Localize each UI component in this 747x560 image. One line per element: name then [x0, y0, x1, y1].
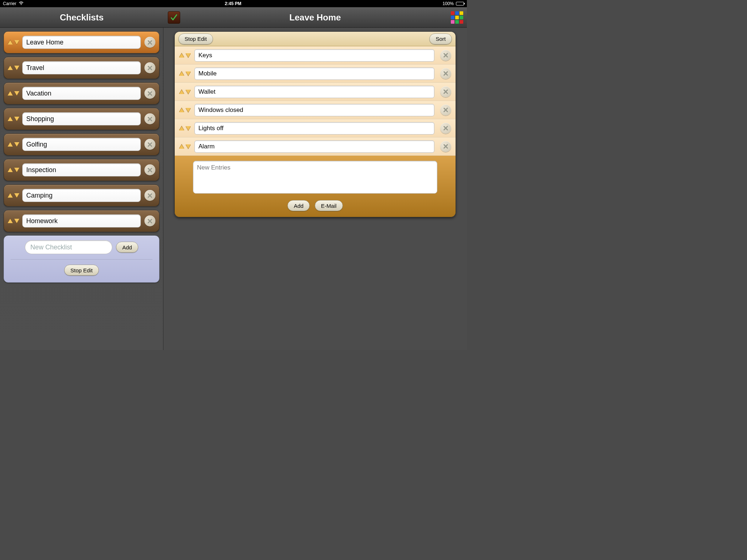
delete-checklist-button[interactable]: [144, 113, 155, 124]
add-checklist-panel: Add Stop Edit: [4, 236, 159, 283]
move-down-icon[interactable]: [14, 117, 19, 121]
move-up-icon[interactable]: [8, 91, 13, 96]
left-title: Checklists: [60, 12, 104, 23]
delete-checklist-button[interactable]: [144, 37, 155, 48]
new-checklist-input[interactable]: [25, 240, 112, 254]
move-down-icon[interactable]: [14, 219, 19, 223]
delete-item-button[interactable]: [440, 86, 451, 97]
move-down-icon[interactable]: [14, 91, 19, 96]
status-bar: Carrier 2:45 PM 100%: [0, 0, 467, 7]
move-up-icon[interactable]: [179, 108, 184, 112]
checklist-name-input[interactable]: [22, 61, 141, 74]
move-up-icon[interactable]: [8, 193, 13, 198]
item-name-input[interactable]: [194, 86, 434, 98]
item-row: [175, 119, 456, 137]
checklist-name-input[interactable]: [22, 163, 141, 176]
delete-item-button[interactable]: [440, 141, 451, 152]
checklist-row[interactable]: [4, 210, 159, 232]
move-down-icon[interactable]: [14, 168, 19, 172]
checklist-row[interactable]: [4, 31, 159, 53]
delete-item-button[interactable]: [440, 50, 451, 61]
move-down-icon[interactable]: [186, 144, 191, 149]
items-card: Stop Edit Sort: [174, 31, 456, 217]
checklist-row[interactable]: [4, 57, 159, 79]
item-name-input[interactable]: [194, 104, 434, 116]
item-row: [175, 46, 456, 65]
delete-checklist-button[interactable]: [144, 139, 155, 150]
left-title-bar: Checklists: [0, 7, 163, 28]
checklist-name-input[interactable]: [22, 36, 141, 49]
sort-button[interactable]: Sort: [429, 34, 452, 44]
move-down-icon[interactable]: [186, 90, 191, 94]
checklist-row[interactable]: [4, 108, 159, 130]
checklist-name-input[interactable]: [22, 214, 141, 228]
move-up-icon[interactable]: [8, 40, 13, 44]
right-title: Leave Home: [289, 12, 341, 23]
move-down-icon[interactable]: [186, 126, 191, 131]
add-checklist-button[interactable]: Add: [116, 242, 138, 253]
delete-item-button[interactable]: [440, 123, 451, 134]
move-up-icon[interactable]: [8, 168, 13, 172]
move-up-icon[interactable]: [179, 53, 184, 58]
items-pane: Stop Edit Sort: [163, 28, 467, 350]
move-up-icon[interactable]: [8, 117, 13, 121]
stop-edit-items-button[interactable]: Stop Edit: [178, 34, 213, 44]
move-down-icon[interactable]: [186, 53, 191, 58]
carrier-label: Carrier: [3, 1, 16, 6]
checklist-row[interactable]: [4, 159, 159, 181]
email-button[interactable]: E-Mail: [315, 200, 343, 211]
checklist-name-input[interactable]: [22, 138, 141, 151]
item-name-input[interactable]: [194, 67, 434, 80]
checklists-pane: Add Stop Edit: [0, 28, 163, 350]
move-up-icon[interactable]: [179, 144, 184, 149]
move-down-icon[interactable]: [186, 108, 191, 112]
move-up-icon[interactable]: [179, 71, 184, 76]
delete-item-button[interactable]: [440, 105, 451, 116]
item-row: [175, 83, 456, 101]
checklist-row[interactable]: [4, 133, 159, 155]
move-up-icon[interactable]: [179, 126, 184, 131]
checklist-row[interactable]: [4, 82, 159, 104]
wifi-icon: [19, 1, 24, 6]
checklist-name-input[interactable]: [22, 87, 141, 100]
move-down-icon[interactable]: [186, 71, 191, 76]
move-down-icon[interactable]: [14, 40, 19, 44]
move-down-icon[interactable]: [14, 142, 19, 147]
battery-icon: [456, 2, 464, 5]
checkmark-app-icon[interactable]: [168, 11, 180, 24]
delete-checklist-button[interactable]: [144, 164, 155, 175]
move-up-icon[interactable]: [8, 142, 13, 147]
item-name-input[interactable]: [194, 122, 434, 135]
item-row: [175, 65, 456, 83]
delete-checklist-button[interactable]: [144, 190, 155, 201]
checklist-name-input[interactable]: [22, 189, 141, 202]
move-down-icon[interactable]: [14, 66, 19, 70]
new-entries-textarea[interactable]: [193, 161, 437, 194]
item-name-input[interactable]: [194, 49, 434, 62]
checklist-name-input[interactable]: [22, 112, 141, 125]
right-title-bar: Leave Home: [163, 7, 467, 28]
stop-edit-checklists-button[interactable]: Stop Edit: [64, 265, 99, 276]
battery-percent: 100%: [442, 1, 454, 6]
checklist-row[interactable]: [4, 184, 159, 206]
item-name-input[interactable]: [194, 140, 434, 153]
move-down-icon[interactable]: [14, 193, 19, 198]
clock: 2:45 PM: [225, 1, 241, 6]
item-row: [175, 137, 456, 156]
add-items-button[interactable]: Add: [287, 200, 310, 211]
delete-checklist-button[interactable]: [144, 88, 155, 99]
delete-checklist-button[interactable]: [144, 62, 155, 73]
move-up-icon[interactable]: [8, 219, 13, 223]
item-row: [175, 101, 456, 119]
move-up-icon[interactable]: [8, 66, 13, 70]
delete-checklist-button[interactable]: [144, 215, 155, 226]
move-up-icon[interactable]: [179, 90, 184, 94]
color-grid-icon[interactable]: [451, 11, 463, 24]
delete-item-button[interactable]: [440, 68, 451, 79]
